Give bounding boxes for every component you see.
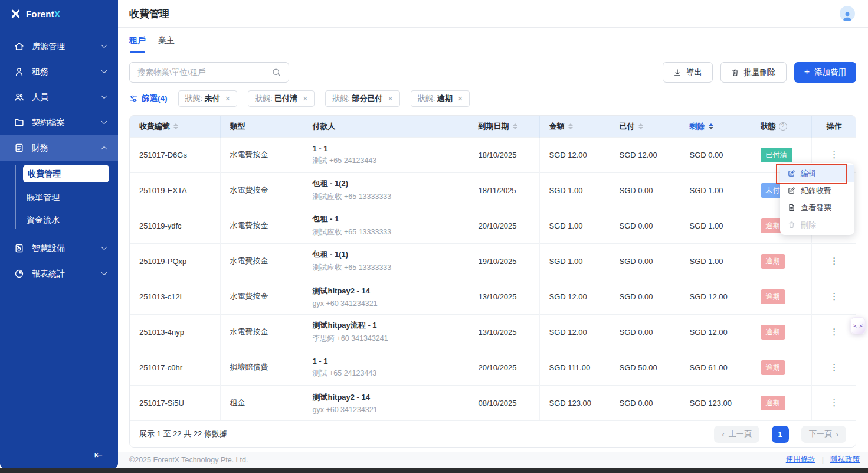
chip-close-icon[interactable]: ×	[303, 94, 307, 103]
fee-type: 水電費按金	[220, 243, 303, 279]
status-cell: 逾期	[751, 314, 811, 350]
amount: SGD 1.00	[539, 208, 610, 243]
amount: SGD 12.00	[539, 137, 610, 172]
table-row[interactable]: 251017-Si5U 租金 测试hitpay2 - 14gyx +60 341…	[130, 385, 856, 420]
table-row[interactable]: 251017-D6Gs 水電費按金 1 - 1測試 +65 24123443 1…	[130, 137, 856, 172]
filter-sliders-icon	[129, 94, 137, 103]
next-page-button[interactable]: 下一頁›	[801, 426, 846, 443]
due-date: 18/11/2025	[469, 172, 539, 208]
sidebar-item-smart-devices[interactable]: 智慧設備	[0, 236, 118, 261]
sidebar-item-contracts[interactable]: 契約檔案	[0, 110, 118, 135]
col-amount: 金額	[539, 116, 610, 137]
sidebar-item-finance[interactable]: 財務	[0, 135, 118, 161]
fee-type: 水電費按金	[220, 208, 303, 243]
remaining-amount: SGD 61.00	[680, 350, 751, 385]
sidebar-subitem-cash-flow[interactable]: 資金流水	[0, 208, 118, 231]
prev-arrow-icon: ‹	[722, 430, 724, 439]
page-title: 收費管理	[129, 7, 169, 21]
table-row[interactable]: 251019-EXTA 水電費按金 包租 - 1(2)測試应收 +65 1333…	[130, 172, 856, 208]
amount: SGD 1.00	[539, 172, 610, 208]
tab-owner[interactable]: 業主	[158, 35, 175, 53]
finance-submenu: 收費管理 賬單管理 資金流水	[0, 161, 118, 236]
fee-type: 損壞賠償費	[220, 350, 303, 385]
sidebar-item-reports[interactable]: 報表統計	[0, 261, 118, 286]
due-date: 20/10/2025	[469, 208, 539, 243]
menu-item-edit[interactable]: 編輯	[780, 165, 854, 182]
sort-icon[interactable]	[173, 123, 178, 129]
sidebar-nav: 房源管理 租務 人員 契約檔案 財務 收費管理 賬單管理 資金流水	[0, 28, 118, 441]
sort-icon[interactable]	[513, 123, 517, 129]
status-badge: 逾期	[761, 254, 785, 269]
sidebar-item-tenancy[interactable]: 租務	[0, 59, 118, 84]
next-arrow-icon: ›	[836, 430, 838, 439]
brand-logo[interactable]: ForentX	[0, 0, 118, 28]
avatar-person-icon	[841, 11, 853, 21]
col-fee-id: 收費編號	[130, 116, 220, 137]
menu-item-record-payment[interactable]: 紀錄收費	[780, 182, 854, 199]
filter-chip-paid: 狀態: 已付清 ×	[248, 90, 315, 107]
prev-page-button[interactable]: ‹上一頁	[714, 426, 759, 443]
row-actions-button[interactable]: ⋮	[830, 398, 838, 407]
row-actions-button[interactable]: ⋮	[830, 150, 838, 159]
tab-tenant[interactable]: 租戶	[129, 35, 146, 53]
table-row[interactable]: 251019-ydfc 水電費按金 包租 - 1測試应收 +65 1333333…	[130, 208, 856, 243]
search-input[interactable]	[137, 68, 272, 77]
sidebar-item-people[interactable]: 人員	[0, 84, 118, 110]
table-row[interactable]: 251013-c12i 水電費按金 测试hitpay2 - 14gyx +60 …	[130, 279, 856, 314]
fee-id: 251019-EXTA	[130, 172, 220, 208]
sort-icon[interactable]	[638, 123, 643, 129]
page-number-button[interactable]: 1	[772, 426, 789, 443]
chip-close-icon[interactable]: ×	[458, 94, 463, 103]
sort-icon[interactable]	[568, 123, 573, 129]
amount: SGD 111.00	[539, 350, 610, 385]
row-actions-button[interactable]: ⋮	[830, 256, 838, 265]
due-date: 19/10/2025	[469, 243, 539, 279]
collapse-sidebar-icon[interactable]: ⇤	[94, 449, 103, 461]
privacy-link[interactable]: 隱私政策	[830, 455, 860, 465]
sidebar-subitem-fee-management[interactable]: 收費管理	[23, 165, 109, 182]
row-actions-button[interactable]: ⋮	[830, 327, 838, 336]
search-icon	[272, 68, 281, 77]
payer-name: 包租 - 1(2)	[313, 178, 464, 189]
payer-contact: 測試 +65 24123443	[313, 368, 464, 379]
export-button[interactable]: 導出	[663, 62, 713, 83]
help-icon[interactable]: ?	[779, 122, 787, 131]
remaining-amount: SGD 1.00	[680, 243, 751, 279]
menu-item-view-invoice[interactable]: 查看發票	[780, 199, 854, 216]
add-fee-button[interactable]: + 添加費用	[794, 62, 856, 83]
filter-toggle-button[interactable]: 篩選(4)	[129, 93, 168, 104]
batch-delete-button[interactable]: 批量刪除	[720, 62, 787, 83]
paid-amount: SGD 0.00	[610, 243, 680, 279]
sidebar-item-properties[interactable]: 房源管理	[0, 34, 118, 59]
payer-cell: 1 - 1測試 +65 24123443	[303, 137, 469, 172]
payer-name: 1 - 1	[313, 357, 464, 366]
user-avatar[interactable]	[840, 6, 855, 21]
paid-amount: SGD 0.00	[610, 314, 680, 350]
chip-close-icon[interactable]: ×	[225, 94, 230, 103]
actions-cell: ⋮	[811, 385, 856, 420]
fee-id: 251013-c12i	[130, 279, 220, 314]
payer-name: 1 - 1	[313, 144, 464, 153]
chevron-up-icon	[101, 146, 107, 152]
row-actions-button[interactable]: ⋮	[830, 292, 838, 301]
payer-name: 包租 - 1(1)	[313, 249, 464, 260]
due-date: 13/10/2025	[469, 279, 539, 314]
terms-link[interactable]: 使用條款	[786, 455, 815, 465]
due-date: 18/10/2025	[469, 137, 539, 172]
sidebar-item-label: 租務	[32, 67, 102, 77]
fee-id: 251017-D6Gs	[130, 137, 220, 172]
sidebar-subitem-bill-management[interactable]: 賬單管理	[0, 186, 118, 208]
table-row[interactable]: 251013-4nyp 水電費按金 测试hitpay流程 - 1李思錡 +60 …	[130, 314, 856, 350]
payer-contact: gyx +60 341234321	[313, 406, 464, 414]
payer-contact: 測試应收 +65 13333333	[313, 263, 464, 273]
folder-icon	[14, 118, 24, 128]
row-actions-button[interactable]: ⋮	[830, 363, 838, 371]
assistant-widget[interactable]: >‿<	[850, 317, 866, 334]
status-badge: 逾期	[761, 289, 785, 304]
sidebar-item-label: 智慧設備	[32, 243, 102, 254]
sort-icon-active[interactable]	[709, 123, 713, 129]
table-row[interactable]: 251019-PQxp 水電費按金 包租 - 1(1)測試应收 +65 1333…	[130, 243, 856, 279]
chip-close-icon[interactable]: ×	[388, 94, 393, 103]
status-badge: 逾期	[761, 325, 785, 340]
table-row[interactable]: 251017-c0hr 損壞賠償費 1 - 1測試 +65 24123443 2…	[130, 350, 856, 385]
